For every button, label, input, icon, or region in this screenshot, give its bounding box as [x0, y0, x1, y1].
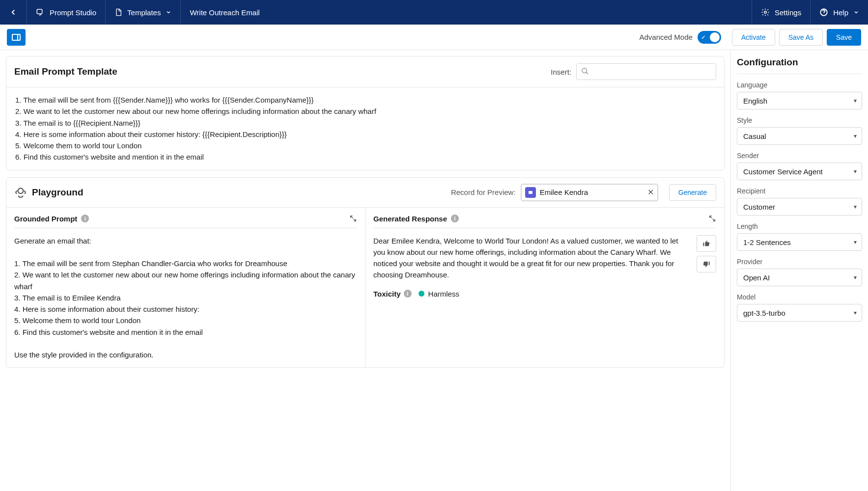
save-as-button[interactable]: Save As: [779, 29, 823, 46]
svg-point-3: [582, 68, 587, 73]
left-column: Email Prompt Template Insert: 1. The ema…: [0, 50, 730, 491]
model-select[interactable]: gpt-3.5-turbo: [737, 304, 862, 322]
thumbs-down-icon: [702, 260, 710, 268]
provider-select[interactable]: Open AI: [737, 269, 862, 286]
insert-search-input[interactable]: [576, 63, 716, 80]
templates-nav[interactable]: Templates: [106, 0, 181, 25]
toxicity-value: Harmless: [428, 290, 459, 298]
app-name-label: Prompt Studio: [50, 8, 96, 17]
playground-title: Playground: [32, 187, 84, 198]
grounded-prompt-header: Grounded Prompt i: [14, 215, 357, 228]
chevron-down-icon: [853, 9, 859, 15]
recipient-label: Recipient: [737, 187, 862, 195]
contact-icon: [525, 187, 536, 198]
provider-label: Provider: [737, 258, 862, 266]
search-icon: [581, 67, 589, 75]
expand-icon[interactable]: [708, 215, 716, 222]
length-label: Length: [737, 222, 862, 230]
studio-icon: [36, 8, 45, 17]
check-icon: ✓: [701, 34, 706, 41]
svg-rect-5: [529, 191, 532, 194]
feedback-buttons: [697, 235, 716, 281]
back-button[interactable]: [0, 0, 27, 25]
main-layout: Email Prompt Template Insert: 1. The ema…: [0, 50, 868, 491]
subheader: Advanced Mode ✓ Activate Save As Save: [0, 25, 868, 50]
advanced-mode-toggle[interactable]: ✓: [698, 31, 721, 44]
response-row: Dear Emilee Kendra, Welcome to World Tou…: [373, 235, 716, 281]
generate-button[interactable]: Generate: [669, 184, 716, 201]
generated-response-column: Generated Response i Dear Emilee Kendra,…: [365, 208, 724, 368]
configuration-panel: Configuration Language English Style Cas…: [730, 50, 868, 491]
info-icon[interactable]: i: [451, 215, 459, 222]
generated-response-title: Generated Response: [373, 215, 447, 223]
templates-label: Templates: [127, 8, 161, 17]
model-label: Model: [737, 293, 862, 301]
einstein-icon: [14, 186, 27, 199]
style-select[interactable]: Casual: [737, 127, 862, 145]
panel-icon: [12, 34, 21, 41]
template-card-title: Email Prompt Template: [14, 66, 117, 77]
record-preview-label: Record for Preview:: [451, 188, 516, 196]
template-body[interactable]: 1. The email will be sent from {{{Sender…: [6, 87, 724, 170]
grounded-prompt-title: Grounded Prompt: [14, 215, 77, 223]
arrow-left-icon: [9, 8, 18, 17]
svg-point-1: [764, 11, 767, 14]
record-input[interactable]: Emilee Kendra ✕: [521, 184, 658, 201]
settings-label: Settings: [775, 8, 801, 17]
app-header: Prompt Studio Templates Write Outreach E…: [0, 0, 868, 25]
clear-record-button[interactable]: ✕: [647, 188, 654, 197]
thumbs-up-button[interactable]: [697, 235, 716, 252]
breadcrumb-label: Write Outreach Email: [190, 8, 259, 17]
svg-rect-0: [37, 9, 42, 14]
configuration-title: Configuration: [737, 57, 862, 74]
info-icon[interactable]: i: [81, 215, 89, 222]
record-value: Emilee Kendra: [540, 188, 647, 196]
toxicity-label: Toxicity: [373, 290, 401, 298]
svg-point-4: [18, 188, 24, 193]
info-icon[interactable]: i: [404, 290, 412, 298]
playground-card: Playground Record for Preview: Emilee Ke…: [6, 177, 725, 368]
grounded-prompt-body: Generate an email that: 1. The email wil…: [14, 235, 357, 361]
generated-response-header: Generated Response i: [373, 215, 716, 228]
toxicity-status-dot: [419, 291, 424, 297]
advanced-mode-label: Advanced Mode: [639, 33, 692, 41]
style-label: Style: [737, 116, 862, 124]
chevron-down-icon: [166, 9, 171, 15]
settings-nav[interactable]: Settings: [752, 0, 810, 25]
length-select[interactable]: 1-2 Sentences: [737, 233, 862, 251]
recipient-select[interactable]: Customer: [737, 198, 862, 216]
sender-select[interactable]: Customer Service Agent: [737, 163, 862, 180]
save-button[interactable]: Save: [827, 29, 861, 46]
template-card: Email Prompt Template Insert: 1. The ema…: [6, 56, 725, 170]
template-card-header: Email Prompt Template Insert:: [6, 56, 724, 87]
document-icon: [114, 8, 122, 16]
generated-response-body: Dear Emilee Kendra, Welcome to World Tou…: [373, 235, 690, 281]
help-label: Help: [833, 8, 848, 17]
activate-button[interactable]: Activate: [732, 29, 775, 46]
gear-icon: [761, 8, 770, 17]
toxicity-row: Toxicity i Harmless: [373, 290, 716, 298]
sender-label: Sender: [737, 152, 862, 160]
breadcrumb: Write Outreach Email: [181, 0, 268, 25]
insert-search: [576, 63, 716, 80]
language-select[interactable]: English: [737, 92, 862, 109]
thumbs-down-button[interactable]: [697, 256, 716, 273]
help-icon: [819, 8, 828, 17]
help-nav[interactable]: Help: [810, 0, 868, 25]
panel-toggle-button[interactable]: [7, 29, 26, 46]
grounded-prompt-column: Grounded Prompt i Generate an email that…: [6, 208, 365, 368]
language-label: Language: [737, 81, 862, 89]
prompt-studio-nav[interactable]: Prompt Studio: [27, 0, 106, 25]
expand-icon[interactable]: [349, 215, 357, 222]
insert-label: Insert:: [551, 68, 571, 76]
thumbs-up-icon: [702, 240, 710, 247]
playground-header: Playground Record for Preview: Emilee Ke…: [6, 178, 724, 208]
playground-body: Grounded Prompt i Generate an email that…: [6, 208, 724, 368]
